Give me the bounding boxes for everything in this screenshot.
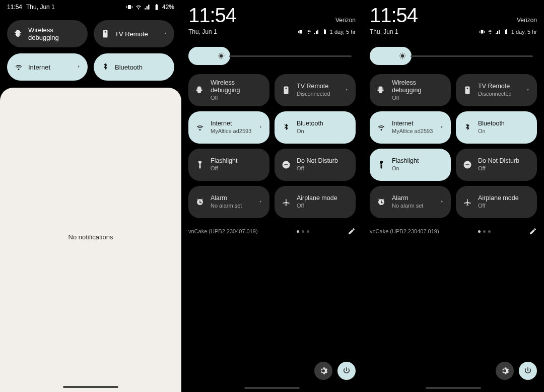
qs-tile-label: Airplane modeOff: [478, 194, 519, 209]
edit-icon: [348, 227, 356, 235]
notification-panel[interactable]: No notifications: [0, 88, 181, 392]
qs-tile-tv-remote[interactable]: TV RemoteDisconnected: [275, 74, 356, 106]
qs-tile-wireless-debugging[interactable]: Wireless debuggingOff: [188, 74, 269, 106]
edit-icon: [529, 227, 537, 235]
screen-1-partial-shade: 11:54 Thu, Jun 1 42% Wireless debugging …: [0, 0, 181, 392]
chevron-right-icon: [259, 123, 262, 132]
qs-tile-label: BluetoothOn: [297, 120, 323, 135]
qs-tile-flashlight[interactable]: FlashlightOff: [188, 149, 269, 181]
chevron-right-icon: [345, 86, 349, 95]
page-indicator[interactable]: [270, 230, 336, 233]
qs-tile-alarm[interactable]: AlarmNo alarm set: [370, 186, 451, 218]
bug-icon: [195, 86, 205, 95]
bug-icon: [377, 86, 386, 95]
qs-battery-text: 1 day, 5 hr: [330, 29, 356, 35]
settings-icon: [500, 366, 509, 375]
qs-tile-label: Do Not DisturbOff: [297, 157, 338, 172]
power-icon: [523, 366, 532, 375]
brightness-fill[interactable]: [188, 47, 230, 65]
qs-bottom-buttons: [496, 362, 537, 380]
qs-tile-label: TV RemoteDisconnected: [478, 83, 512, 97]
qs-tile-label: Wireless debuggingOff: [392, 79, 444, 101]
qs-footer: vnCake (UPB2.230407.019): [181, 223, 363, 239]
qs-tile-dnd[interactable]: Do Not DisturbOff: [275, 149, 356, 181]
status-time: 11:54: [7, 4, 22, 11]
brightness-track[interactable]: [229, 55, 352, 57]
qs-footer: vnCake (UPB2.230407.019): [363, 223, 544, 239]
qs-tile-flashlight[interactable]: FlashlightOn: [370, 149, 451, 181]
qs-tile-bluetooth[interactable]: BluetoothOn: [456, 111, 537, 144]
qs-tile-internet[interactable]: InternetMyAltice ad2593: [370, 111, 451, 144]
qs-tile-tv-remote[interactable]: TV RemoteDisconnected: [456, 74, 537, 106]
brightness-slider[interactable]: [363, 37, 544, 69]
settings-button[interactable]: [314, 362, 332, 380]
qs-tile-wireless-debugging[interactable]: Wireless debuggingOff: [370, 74, 451, 106]
qs-tile-label: Bluetooth: [115, 63, 143, 71]
qs-tile-sub: On: [392, 165, 419, 172]
chevron-right-icon: [259, 198, 262, 207]
qs-tile-sub: Off: [392, 95, 444, 101]
qs-tile-sub: Off: [478, 165, 519, 172]
quick-tiles-row: Wireless debugging TV Remote Internet Bl…: [0, 13, 181, 88]
chevron-right-icon: [526, 86, 530, 95]
qs-carrier: Verizon: [517, 17, 537, 24]
qs-tile-label: FlashlightOff: [211, 157, 238, 172]
qs-tile-dnd[interactable]: Do Not DisturbOff: [456, 149, 537, 181]
wifi-icon: [487, 29, 493, 35]
quick-tiles-grid: Wireless debuggingOff TV RemoteDisconnec…: [181, 69, 363, 223]
flashlight-icon: [195, 160, 205, 169]
page-dot[interactable]: [297, 230, 299, 233]
bug-icon: [14, 29, 23, 38]
wifi-icon: [195, 123, 205, 132]
qs-tile-airplane[interactable]: Airplane modeOff: [275, 186, 356, 218]
brightness-track[interactable]: [411, 55, 533, 57]
qs-tile-label: TV RemoteDisconnected: [297, 83, 330, 97]
nav-handle[interactable]: [426, 387, 481, 389]
page-dot[interactable]: [478, 230, 481, 233]
quick-tiles-grid: Wireless debuggingOff TV RemoteDisconnec…: [363, 69, 544, 223]
wifi-icon: [135, 4, 142, 11]
airplane-icon: [463, 198, 472, 207]
qs-carrier: Verizon: [335, 17, 356, 24]
wifi-icon: [14, 62, 23, 72]
nav-handle[interactable]: [63, 386, 118, 388]
settings-icon: [319, 366, 328, 375]
brightness-icon: [398, 52, 406, 60]
qs-tile-wireless-debugging[interactable]: Wireless debugging: [7, 20, 88, 47]
vibrate-icon: [298, 29, 304, 35]
qs-tile-tv-remote[interactable]: TV Remote: [94, 20, 174, 47]
qs-tile-sub: On: [478, 128, 505, 135]
qs-tile-bluetooth[interactable]: BluetoothOn: [275, 111, 356, 144]
page-dot[interactable]: [307, 230, 309, 233]
page-dot[interactable]: [488, 230, 491, 233]
remote-icon: [101, 29, 110, 38]
page-dot[interactable]: [483, 230, 486, 233]
settings-button[interactable]: [496, 362, 514, 380]
edit-tiles-button[interactable]: [341, 227, 356, 235]
qs-tile-label: TV Remote: [115, 30, 148, 38]
edit-tiles-button[interactable]: [522, 227, 537, 235]
bluetooth-icon: [282, 123, 291, 132]
power-button[interactable]: [337, 362, 356, 380]
battery-icon: [503, 29, 509, 35]
qs-time: 11:54: [188, 4, 236, 27]
qs-tile-airplane[interactable]: Airplane modeOff: [456, 186, 537, 218]
qs-tile-internet[interactable]: InternetMyAltice ad2593: [188, 111, 269, 144]
battery-icon: [322, 29, 328, 35]
qs-tile-internet[interactable]: Internet: [7, 53, 88, 81]
flashlight-icon: [377, 160, 386, 169]
nav-handle[interactable]: [244, 387, 300, 389]
qs-battery-text: 1 day, 5 hr: [511, 29, 537, 35]
qs-time: 11:54: [370, 4, 418, 27]
qs-tile-bluetooth[interactable]: Bluetooth: [94, 53, 174, 81]
qs-tile-alarm[interactable]: AlarmNo alarm set: [188, 186, 269, 218]
qs-header: 11:54 Verizon Thu, Jun 1 1 day, 5 hr: [363, 0, 544, 37]
page-dot[interactable]: [302, 230, 304, 233]
power-button[interactable]: [519, 362, 537, 380]
page-indicator[interactable]: [451, 230, 518, 233]
brightness-slider[interactable]: [181, 37, 363, 69]
brightness-fill[interactable]: [370, 47, 412, 65]
bluetooth-icon: [463, 123, 472, 132]
signal-icon: [495, 29, 501, 35]
qs-tile-sub: Disconnected: [297, 91, 330, 97]
